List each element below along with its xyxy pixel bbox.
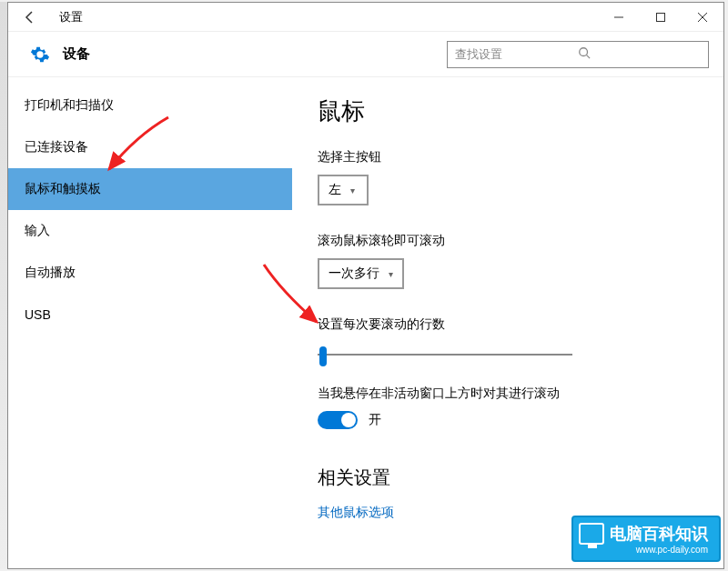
hover-toggle-row: 开 bbox=[318, 411, 698, 429]
body: 打印机和扫描仪 已连接设备 鼠标和触摸板 输入 自动播放 USB 鼠标 选择主按… bbox=[8, 77, 723, 568]
window-title: 设置 bbox=[59, 9, 83, 25]
header-row: 设备 查找设置 bbox=[8, 32, 723, 77]
search-icon bbox=[578, 46, 701, 62]
titlebar: 设置 bbox=[8, 3, 723, 32]
primary-button-label: 选择主按钮 bbox=[318, 149, 698, 165]
slider-track bbox=[318, 354, 572, 356]
back-arrow-icon bbox=[23, 10, 37, 25]
close-icon bbox=[698, 13, 707, 22]
sidebar-item-mouse[interactable]: 鼠标和触摸板 bbox=[8, 168, 292, 210]
svg-point-4 bbox=[580, 48, 588, 56]
sidebar-item-label: 已连接设备 bbox=[25, 139, 88, 155]
watermark-url: www.pc-daily.com bbox=[610, 545, 708, 555]
hover-toggle[interactable] bbox=[318, 411, 358, 429]
sidebar-item-label: 鼠标和触摸板 bbox=[25, 181, 101, 197]
chevron-down-icon: ▾ bbox=[389, 269, 393, 279]
scroll-mode-select[interactable]: 一次多行 ▾ bbox=[318, 258, 404, 289]
maximize-icon bbox=[656, 13, 665, 22]
gear-icon bbox=[30, 45, 50, 65]
background-sliver bbox=[0, 2, 7, 569]
related-heading: 相关设置 bbox=[318, 466, 698, 490]
sidebar-item-usb[interactable]: USB bbox=[8, 294, 292, 336]
maximize-button[interactable] bbox=[640, 3, 682, 32]
sidebar-item-label: 输入 bbox=[25, 223, 50, 239]
minimize-icon bbox=[614, 13, 623, 22]
toggle-knob bbox=[341, 413, 356, 427]
search-placeholder: 查找设置 bbox=[455, 46, 578, 63]
sidebar-item-label: 打印机和扫描仪 bbox=[25, 97, 114, 114]
sidebar-item-typing[interactable]: 输入 bbox=[8, 210, 292, 252]
sidebar-item-label: 自动播放 bbox=[25, 265, 76, 281]
lines-label: 设置每次要滚动的行数 bbox=[318, 316, 698, 333]
header-title: 设备 bbox=[63, 45, 90, 63]
sidebar-item-connected[interactable]: 已连接设备 bbox=[8, 126, 292, 168]
slider-thumb[interactable] bbox=[319, 346, 327, 366]
search-input[interactable]: 查找设置 bbox=[447, 41, 709, 68]
hover-scroll-label: 当我悬停在非活动窗口上方时对其进行滚动 bbox=[318, 386, 698, 402]
window-controls bbox=[598, 3, 723, 32]
settings-window: 设置 设备 查找设置 打印机和扫描仪 已连接设备 bbox=[7, 2, 724, 569]
watermark-badge: 电脑百科知识 www.pc-daily.com bbox=[571, 516, 721, 562]
lines-slider[interactable] bbox=[318, 346, 572, 364]
monitor-icon bbox=[579, 523, 604, 545]
back-button[interactable] bbox=[8, 3, 52, 32]
page-heading: 鼠标 bbox=[318, 95, 698, 127]
primary-button-select[interactable]: 左 ▾ bbox=[318, 175, 369, 205]
scroll-mode-label: 滚动鼠标滚轮即可滚动 bbox=[318, 233, 698, 249]
svg-line-5 bbox=[587, 55, 591, 59]
watermark-brand: 电脑百科知识 bbox=[610, 525, 708, 543]
toggle-state-label: 开 bbox=[369, 412, 381, 428]
sidebar: 打印机和扫描仪 已连接设备 鼠标和触摸板 输入 自动播放 USB bbox=[8, 77, 292, 568]
select-value: 左 bbox=[329, 182, 341, 198]
svg-rect-1 bbox=[657, 13, 665, 21]
minimize-button[interactable] bbox=[598, 3, 640, 32]
content-panel: 鼠标 选择主按钮 左 ▾ 滚动鼠标滚轮即可滚动 一次多行 ▾ 设置每次要滚动的行… bbox=[292, 77, 723, 568]
sidebar-item-printers[interactable]: 打印机和扫描仪 bbox=[8, 85, 292, 126]
chevron-down-icon: ▾ bbox=[350, 185, 355, 195]
sidebar-item-label: USB bbox=[25, 307, 51, 322]
select-value: 一次多行 bbox=[329, 265, 379, 282]
close-button[interactable] bbox=[682, 3, 723, 32]
sidebar-item-autoplay[interactable]: 自动播放 bbox=[8, 252, 292, 294]
